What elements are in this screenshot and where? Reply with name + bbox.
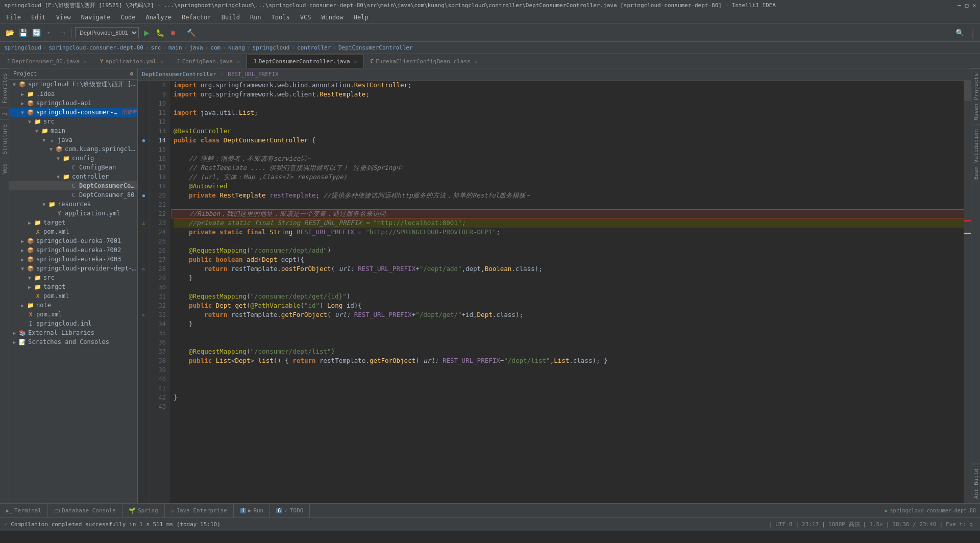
run-marker-14[interactable]: ●: [142, 138, 145, 143]
editor-content[interactable]: ● ● ⚠ ▷: [138, 81, 971, 503]
tree-external-libs[interactable]: ▶ 📚 External Libraries: [9, 328, 137, 337]
build-btn[interactable]: 🔨: [185, 27, 197, 38]
tab-deptconsumer80[interactable]: J DeptConsumer_80.java ✕: [0, 55, 93, 68]
tree-provider-src[interactable]: ▼ 📁 src: [9, 273, 137, 282]
tree-configbean[interactable]: C ConfigBean: [9, 163, 137, 172]
menu-tools[interactable]: Tools: [267, 13, 294, 22]
tree-idea[interactable]: ▶ 📁 .idea: [9, 89, 137, 98]
menu-analyze[interactable]: Analyze: [141, 13, 176, 22]
tree-src[interactable]: ▼ 📁 src: [9, 117, 137, 126]
bookmark-33[interactable]: ▷: [142, 312, 145, 317]
bottom-tab-todo[interactable]: 6 ✓ TODO: [270, 504, 310, 518]
tab-close-4[interactable]: ✕: [475, 59, 478, 64]
menu-vcs[interactable]: VCS: [296, 13, 315, 22]
tree-root-springcloud[interactable]: ▼ 📦 springcloud F:\班级管理\西开 [19525] \2代码: [9, 80, 137, 89]
tab-eurekaclientconfigbean[interactable]: C EurekaClientConfigBean.class ✕: [364, 55, 484, 68]
tree-note[interactable]: ▶ 📁 note: [9, 301, 137, 310]
gutter-33[interactable]: ▷: [138, 310, 150, 319]
bc-src[interactable]: src: [151, 44, 161, 51]
left-tab-favorites[interactable]: Favorites: [0, 68, 9, 108]
bc-module[interactable]: springcloud-consumer-dept-80: [48, 44, 143, 51]
left-tab-web[interactable]: Web: [0, 159, 9, 178]
tab-close-0[interactable]: ✕: [84, 59, 87, 64]
run-marker-20[interactable]: ●: [142, 193, 145, 198]
menu-navigate[interactable]: Navigate: [77, 13, 115, 22]
tab-close-2[interactable]: ✕: [237, 59, 240, 64]
maximize-btn[interactable]: □: [965, 2, 969, 9]
right-tab-ant-build[interactable]: Ant Build: [971, 464, 980, 503]
tree-java[interactable]: ▼ ☕ java: [9, 135, 137, 144]
right-tab-bean-validation[interactable]: Bean Validation: [971, 125, 980, 184]
menu-window[interactable]: Window: [317, 13, 347, 22]
tab-deptconsumercontroller[interactable]: J DeptConsumerController.java ✕: [247, 55, 363, 68]
tree-provider-target[interactable]: ▶ 📁 target: [9, 282, 137, 291]
run-btn[interactable]: ▶: [141, 27, 152, 38]
bc-kuang[interactable]: kuang: [228, 44, 245, 51]
open-btn[interactable]: 📂: [4, 27, 15, 38]
tree-eureka7001[interactable]: ▶ 📦 springcloud-eureka-7001: [9, 236, 137, 245]
bottom-tab-java-enterprise[interactable]: ☕ Java Enterprise: [165, 504, 234, 518]
tree-package[interactable]: ▼ 📦 com.kuang.springcloud: [9, 144, 137, 154]
menu-refactor[interactable]: Refactor: [178, 13, 215, 22]
back-btn[interactable]: ←: [44, 27, 55, 38]
editor-scrollbar[interactable]: [964, 81, 971, 503]
menu-build[interactable]: Build: [217, 13, 244, 22]
gutter-14[interactable]: ●: [138, 136, 150, 145]
bc-main[interactable]: main: [168, 44, 182, 51]
tab-close-3[interactable]: ✕: [354, 59, 357, 64]
tree-eureka7003[interactable]: ▶ 📦 springcloud-eureka-7003: [9, 255, 137, 264]
tree-applicationyml[interactable]: Y application.yml: [9, 209, 137, 218]
bc-springcloud2[interactable]: springcloud: [253, 44, 290, 51]
bc-file[interactable]: DeptConsumerController: [338, 44, 413, 51]
tree-springcloud-consumer[interactable]: ▼ 📦 springcloud-consumer-dept-80 消费者: [9, 108, 137, 117]
bc-java[interactable]: java: [189, 44, 203, 51]
sync-btn[interactable]: 🔄: [31, 27, 42, 38]
forward-btn[interactable]: →: [57, 27, 68, 38]
code-bc-field[interactable]: REST_URL_PREFIX: [228, 71, 278, 78]
tree-main[interactable]: ▼ 📁 main: [9, 126, 137, 135]
close-btn[interactable]: ✕: [972, 2, 976, 9]
gutter-28[interactable]: ▷: [138, 264, 150, 274]
tree-controller-folder[interactable]: ▼ 📁 controller: [9, 172, 137, 181]
tree-deptconsumercontroller[interactable]: C DeptConsumerController: [9, 181, 137, 190]
tree-root-pom[interactable]: X pom.xml: [9, 310, 137, 319]
bookmark-28[interactable]: ▷: [142, 266, 145, 272]
menu-view[interactable]: View: [52, 13, 75, 22]
bottom-tab-spring[interactable]: 🌱 Spring: [122, 504, 165, 518]
tab-configbean[interactable]: J ConfigBean.java ✕: [170, 55, 247, 68]
menu-help[interactable]: Help: [350, 13, 373, 22]
menu-edit[interactable]: Edit: [27, 13, 50, 22]
run-config-dropdown[interactable]: DeptProvider_8001: [75, 27, 139, 38]
bottom-tab-run[interactable]: 4 ▶ Run: [234, 504, 271, 518]
bc-controller[interactable]: controller: [297, 44, 331, 51]
bc-com[interactable]: com: [210, 44, 220, 51]
menu-run[interactable]: Run: [246, 13, 265, 22]
code-content[interactable]: import org.springframework.web.bind.anno…: [169, 81, 964, 503]
tree-eureka7002[interactable]: ▶ 📦 springcloud-eureka-7002: [9, 245, 137, 255]
gutter-20[interactable]: ●: [138, 191, 150, 200]
code-bc-controller[interactable]: DeptConsumerController: [142, 71, 216, 78]
tree-scratches[interactable]: ▶ 📝 Scratches and Consoles: [9, 337, 137, 347]
tree-springcloud-api[interactable]: ▶ 📦 springcloud-api: [9, 98, 137, 108]
tab-close-1[interactable]: ✕: [160, 59, 163, 64]
save-btn[interactable]: 💾: [17, 27, 29, 38]
menu-file[interactable]: File: [2, 13, 25, 22]
left-tab-structure[interactable]: Structure: [0, 119, 9, 159]
left-tab-2[interactable]: 2: [0, 108, 9, 120]
menu-code[interactable]: Code: [117, 13, 140, 22]
minimize-btn[interactable]: ─: [958, 2, 961, 9]
tree-target[interactable]: ▶ 📁 target: [9, 218, 137, 227]
tree-provider8001[interactable]: ▼ 📦 springcloud-provider-dept-8001: [9, 264, 137, 273]
search-btn[interactable]: 🔍: [954, 27, 966, 38]
right-tab-maven[interactable]: Maven Projects: [971, 68, 980, 125]
debug-btn[interactable]: 🐛: [154, 27, 165, 38]
project-panel-gear[interactable]: ⚙: [130, 70, 133, 77]
stop-btn[interactable]: ■: [167, 27, 179, 38]
tree-pomxml-consumer[interactable]: X pom.xml: [9, 227, 137, 236]
tree-springcloud-iml[interactable]: I springcloud.iml: [9, 319, 137, 328]
tree-config-folder[interactable]: ▼ 📁 config: [9, 154, 137, 163]
gutter-23[interactable]: ⚠: [138, 218, 150, 228]
tree-provider-pom[interactable]: X pom.xml: [9, 291, 137, 301]
scrollbar-thumb[interactable]: [964, 81, 971, 101]
tree-resources[interactable]: ▼ 📁 resources: [9, 200, 137, 209]
